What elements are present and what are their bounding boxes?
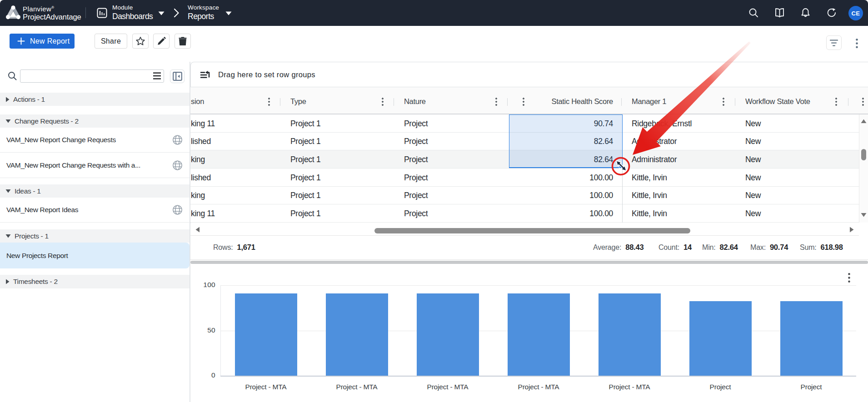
cell-workflow-state-vote[interactable]: New (745, 137, 761, 146)
cell-type[interactable]: Project 1 (290, 173, 320, 182)
cell-nature[interactable]: Project (404, 119, 428, 128)
column-header-version[interactable]: sion (191, 97, 204, 106)
scroll-left-icon[interactable] (195, 227, 200, 233)
cell-manager[interactable]: Kittle, Irvin (632, 208, 667, 218)
sidebar-section-actions[interactable]: Actions - 1 (0, 93, 190, 106)
chart-bar[interactable] (417, 293, 479, 376)
column-separator[interactable] (621, 98, 622, 106)
filter-button[interactable] (826, 35, 842, 50)
chart-bar[interactable] (508, 293, 570, 376)
cell-version[interactable]: lished (191, 137, 211, 146)
cell-nature[interactable]: Project (404, 154, 428, 164)
workspace-caret-icon[interactable] (225, 11, 232, 15)
toolbar-kebab-icon[interactable] (853, 38, 860, 49)
cell-version[interactable]: king 11 (191, 208, 215, 218)
column-menu-icon[interactable] (835, 98, 837, 106)
share-button[interactable]: Share (95, 34, 127, 49)
module-caret-icon[interactable] (158, 11, 165, 15)
collapse-panel-button[interactable] (170, 69, 185, 83)
scroll-right-icon[interactable] (849, 227, 854, 233)
table-row[interactable]: king 11 Project 1 Project 100.00 Kittle,… (190, 204, 859, 223)
module-dashboards-icon[interactable] (97, 8, 107, 18)
cell-workflow-state-vote[interactable]: New (745, 154, 761, 164)
column-menu-icon[interactable] (723, 98, 724, 106)
cell-static-health-score[interactable]: 100.00 (589, 173, 613, 182)
sidebar-section-projects[interactable]: Projects - 1 (0, 229, 190, 243)
column-separator[interactable] (394, 98, 394, 106)
cell-type[interactable]: Project 1 (290, 208, 320, 218)
column-separator[interactable] (507, 98, 508, 106)
column-header-workflow-state-vote[interactable]: Workflow State Vote (745, 97, 810, 106)
sidebar-section-change-requests[interactable]: Change Requests - 2 (0, 114, 190, 128)
edit-button[interactable] (153, 34, 170, 49)
new-report-button[interactable]: New Report (10, 34, 75, 49)
column-header-type[interactable]: Type (290, 97, 306, 106)
cell-nature[interactable]: Project (404, 208, 428, 218)
cell-static-health-score[interactable]: 100.00 (589, 191, 613, 200)
book-icon[interactable] (774, 7, 785, 18)
module-switcher[interactable]: Module Dashboards (112, 4, 153, 22)
cell-type[interactable]: Project 1 (290, 191, 320, 200)
row-group-drop-zone[interactable]: Drag here to set row groups (190, 62, 868, 87)
cell-nature[interactable]: Project (404, 191, 428, 200)
horizontal-scrollbar[interactable] (190, 223, 859, 236)
cell-manager[interactable]: Administrator (632, 154, 677, 164)
workspace-switcher[interactable]: Workspace Reports (188, 4, 219, 22)
scroll-up-icon[interactable] (861, 119, 867, 124)
panel-splitter[interactable] (190, 261, 868, 264)
cell-workflow-state-vote[interactable]: New (745, 191, 761, 200)
list-menu-icon[interactable] (153, 72, 161, 79)
column-separator[interactable] (848, 98, 848, 106)
vertical-scrollbar[interactable] (859, 114, 868, 223)
column-menu-icon[interactable] (862, 98, 864, 106)
cell-version[interactable]: lished (191, 173, 211, 182)
cell-type[interactable]: Project 1 (290, 119, 320, 128)
cell-type[interactable]: Project 1 (290, 154, 320, 164)
column-menu-icon[interactable] (382, 98, 384, 106)
column-header-nature[interactable]: Nature (404, 97, 426, 106)
sidebar-section-ideas[interactable]: Ideas - 1 (0, 184, 190, 198)
cell-workflow-state-vote[interactable]: New (745, 173, 761, 182)
chart-bar[interactable] (235, 293, 297, 376)
table-row[interactable]: king Project 1 Project 100.00 Kittle, Ir… (190, 187, 859, 204)
chart-bar[interactable] (326, 293, 388, 376)
search-icon[interactable] (748, 7, 759, 18)
cell-manager[interactable]: Kittle, Irvin (632, 191, 667, 200)
sidebar-search-input[interactable] (20, 69, 164, 83)
cell-nature[interactable]: Project (404, 173, 428, 182)
chart-bar[interactable] (780, 301, 843, 376)
chart-bar[interactable] (689, 301, 752, 376)
column-separator[interactable] (735, 98, 735, 106)
column-header-manager-1[interactable]: Manager 1 (632, 97, 666, 106)
cell-version[interactable]: king 11 (191, 119, 215, 128)
column-separator[interactable] (280, 98, 280, 106)
cell-manager[interactable]: Kittle, Irvin (632, 173, 667, 182)
column-menu-icon[interactable] (268, 98, 270, 106)
chart-bar[interactable] (599, 293, 661, 376)
cell-workflow-state-vote[interactable]: New (745, 208, 761, 218)
chart-menu-kebab-icon[interactable] (845, 272, 853, 283)
fill-handle[interactable] (619, 165, 623, 169)
sidebar-item-ideas-1[interactable]: VAM_New Report Ideas (0, 198, 190, 223)
sidebar-item-change-requests-2[interactable]: VAM_New Report Change Requests with a... (0, 153, 190, 178)
scroll-down-icon[interactable] (861, 213, 867, 217)
avatar[interactable]: CE (848, 6, 863, 20)
column-header-static-health-score[interactable]: Static Health Score (551, 97, 613, 106)
bell-icon[interactable] (800, 7, 811, 18)
cell-nature[interactable]: Project (404, 137, 428, 146)
cell-manager[interactable]: Administrator (632, 137, 677, 146)
favorite-button[interactable] (132, 34, 149, 49)
cell-workflow-state-vote[interactable]: New (745, 119, 761, 128)
sidebar-item-change-requests-1[interactable]: VAM_New Report Change Requests (0, 128, 190, 153)
sidebar-item-new-projects-report[interactable]: New Projects Report (0, 243, 190, 268)
cell-version[interactable]: king (191, 154, 205, 164)
horizontal-scroll-thumb[interactable] (374, 228, 690, 233)
column-menu-icon[interactable] (523, 98, 524, 106)
vertical-scroll-thumb[interactable] (861, 149, 866, 160)
table-row[interactable]: lished Project 1 Project 100.00 Kittle, … (190, 169, 859, 187)
column-menu-icon[interactable] (495, 98, 497, 106)
refresh-icon[interactable] (826, 7, 837, 18)
sidebar-section-timesheets[interactable]: Timesheets - 2 (0, 275, 190, 288)
cell-static-health-score[interactable]: 100.00 (589, 208, 613, 218)
cell-version[interactable]: king (191, 191, 205, 200)
